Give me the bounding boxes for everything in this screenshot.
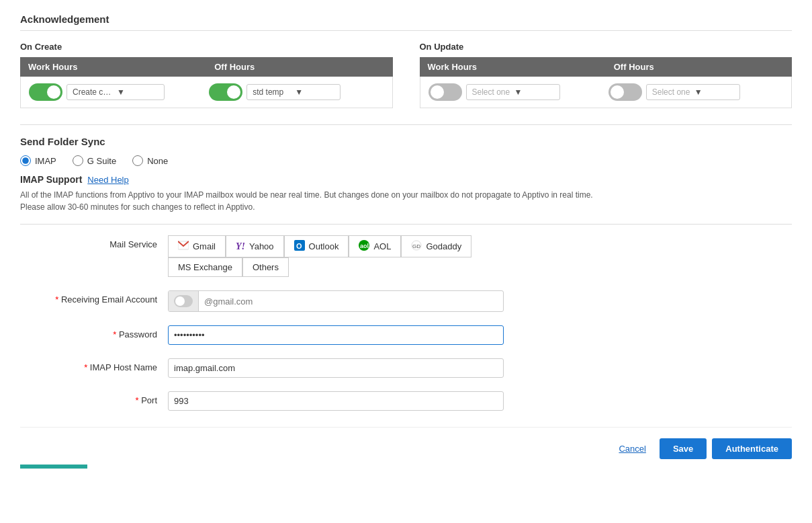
send-folder-sync-title: Send Folder Sync — [20, 136, 792, 147]
on-create-label: On Create — [20, 42, 393, 52]
mail-service-row1: Gmail Y! Yahoo O Outlook aol — [168, 235, 504, 257]
required-star-password: * — [113, 329, 119, 339]
imap-support-row: IMAP Support Need Help — [20, 174, 792, 185]
on-update-section: On Update Work Hours Off Hours Select on… — [420, 42, 793, 108]
port-label: * Port — [20, 391, 168, 405]
email-prefix-toggle — [169, 291, 199, 311]
mail-btn-msexchange[interactable]: MS Exchange — [168, 257, 242, 277]
mail-btn-yahoo[interactable]: Y! Yahoo — [226, 235, 284, 257]
port-row: * Port — [20, 391, 792, 411]
cancel-button[interactable]: Cancel — [611, 438, 653, 459]
svg-text:GD: GD — [412, 243, 420, 249]
svg-text:O: O — [296, 242, 302, 250]
password-input[interactable] — [168, 325, 504, 345]
bottom-actions: Cancel Save Authenticate — [20, 427, 792, 459]
required-star-port: * — [135, 395, 141, 405]
sync-radio-group: IMAP G Suite None — [20, 155, 792, 166]
radio-imap[interactable]: IMAP — [20, 155, 56, 166]
off-hours-header-update: Off Hours — [606, 57, 792, 77]
save-button[interactable]: Save — [660, 438, 707, 459]
svg-text:aol: aol — [360, 243, 369, 249]
update-off-hours-toggle[interactable] — [608, 83, 642, 101]
create-off-hours-toggle[interactable] — [209, 83, 242, 101]
receiving-email-label: * Receiving Email Account — [20, 290, 168, 305]
imap-host-input[interactable] — [168, 358, 504, 378]
mail-service-label: Mail Service — [20, 235, 168, 249]
mail-service-row2: MS Exchange Others — [168, 257, 504, 277]
password-row: * Password — [20, 325, 792, 345]
radio-none[interactable]: None — [132, 155, 168, 166]
work-hours-header-update: Work Hours — [420, 57, 606, 77]
required-star-email: * — [55, 294, 61, 305]
on-update-label: On Update — [420, 42, 793, 52]
work-hours-header-create: Work Hours — [20, 57, 206, 77]
port-input[interactable] — [168, 391, 504, 411]
email-input-wrapper — [168, 290, 504, 312]
update-off-hours-dropdown[interactable]: Select one ▼ — [646, 84, 740, 100]
mail-service-row: Mail Service Gmail Y! Yahoo — [20, 235, 792, 277]
mail-btn-gmail[interactable]: Gmail — [168, 235, 226, 257]
imap-host-row: * IMAP Host Name — [20, 358, 792, 378]
password-label: * Password — [20, 325, 168, 339]
update-work-hours-dropdown[interactable]: Select one ▼ — [466, 84, 560, 100]
aol-icon: aol — [359, 240, 369, 253]
on-create-section: On Create Work Hours Off Hours Create ca… — [20, 42, 393, 108]
imap-support-title: IMAP Support — [20, 174, 82, 185]
authenticate-button[interactable]: Authenticate — [712, 438, 792, 459]
bottom-bar — [20, 465, 87, 469]
mail-btn-outlook[interactable]: O Outlook — [284, 235, 349, 257]
need-help-link[interactable]: Need Help — [87, 175, 128, 185]
required-star-imap: * — [84, 362, 90, 372]
yahoo-icon: Y! — [236, 241, 245, 252]
create-work-hours-dropdown[interactable]: Create case from em ▼ — [66, 84, 165, 100]
off-hours-header-create: Off Hours — [206, 57, 392, 77]
create-off-hours-dropdown[interactable]: std temp ▼ — [246, 84, 341, 100]
mail-btn-aol[interactable]: aol AOL — [349, 235, 401, 257]
update-work-hours-toggle[interactable] — [428, 83, 462, 101]
outlook-icon: O — [294, 240, 305, 253]
godaddy-icon: GD — [411, 240, 422, 253]
receiving-email-input[interactable] — [199, 292, 503, 311]
section-title: Acknowledgement — [20, 13, 792, 31]
mail-btn-others[interactable]: Others — [242, 257, 289, 277]
receiving-email-row: * Receiving Email Account — [20, 290, 792, 312]
mail-btn-godaddy[interactable]: GD Godaddy — [401, 235, 471, 257]
create-work-hours-toggle[interactable] — [29, 83, 62, 101]
gmail-icon — [178, 240, 189, 253]
radio-gsuite[interactable]: G Suite — [73, 155, 116, 166]
imap-host-label: * IMAP Host Name — [20, 358, 168, 372]
imap-description: All of the IMAP functions from Apptivo t… — [20, 189, 792, 213]
